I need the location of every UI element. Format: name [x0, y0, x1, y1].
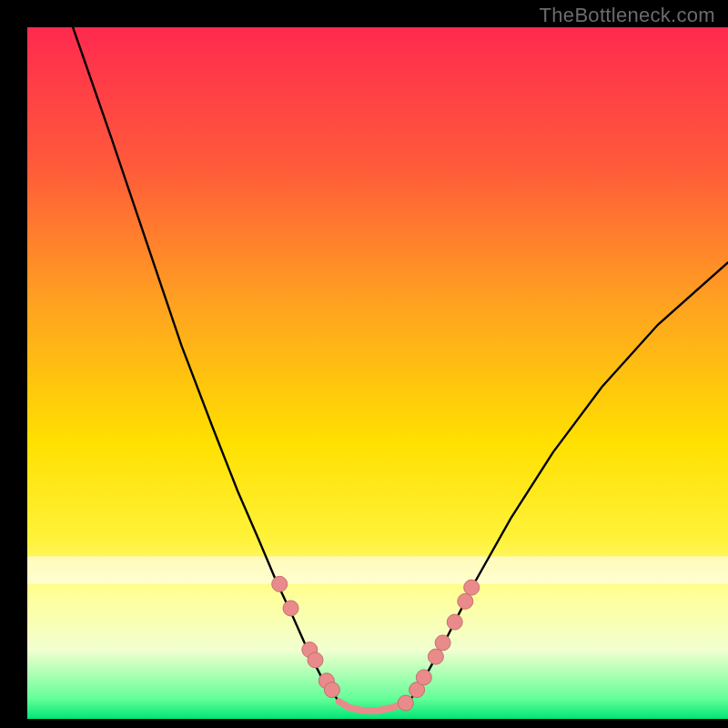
data-point [447, 614, 462, 630]
data-point [458, 593, 473, 609]
plot-background [27, 27, 728, 719]
frame-left [0, 0, 27, 728]
data-point [464, 580, 480, 595]
chart-container: TheBottleneck.com [0, 0, 728, 728]
data-point [428, 649, 443, 664]
data-point [272, 576, 288, 592]
frame-bottom [0, 719, 728, 728]
watermark-text: TheBottleneck.com [540, 4, 715, 27]
data-point [308, 652, 323, 668]
data-point [283, 601, 298, 616]
data-point [416, 670, 431, 685]
highlight-band [27, 556, 728, 583]
data-point [398, 695, 413, 711]
data-point [324, 682, 339, 698]
bottleneck-curve-chart [0, 0, 728, 728]
data-point [435, 635, 450, 651]
